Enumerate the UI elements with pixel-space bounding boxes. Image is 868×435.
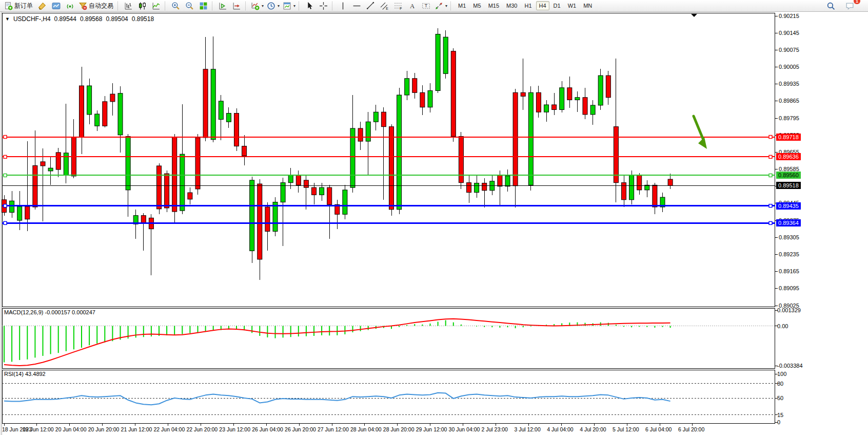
time-axis-label[interactable]: 28 Jun 04:00 [350,426,382,432]
price-line-badge: 0.89560 [776,172,801,179]
close-value: 0.89518 [132,15,154,23]
collapse-ohlc-icon[interactable]: ▼ [5,16,10,22]
time-axis-label[interactable]: 20 Jun 04:00 [55,426,87,432]
price-tick-label[interactable]: 0.90145 [779,30,799,36]
mt4-terminal: 新订单自动交易▾▾▾EFAT▾M1M5M15M30H1H4D1W1MN1 ▼ U… [0,0,868,435]
price-line-badge: 0.89435 [776,202,801,210]
rsi-axis-label: 100 [777,371,786,377]
time-axis-label[interactable]: 26 Jun 04:00 [252,426,283,432]
price-tick-label[interactable]: 0.90005 [779,64,799,70]
low-value: 0.89504 [106,15,128,23]
time-axis-label[interactable]: 22 Jun 04:00 [154,426,185,432]
price-tick-label[interactable]: 0.89095 [779,285,799,291]
price-tick-label[interactable]: 0.89795 [779,115,799,121]
time-axis-label[interactable]: 2 Jul 23:00 [482,426,508,432]
time-axis-label[interactable]: 21 Jun 12:00 [121,426,152,432]
price-tick-label[interactable]: 0.89935 [779,81,799,87]
price-tick-label[interactable]: 0.89865 [779,98,799,104]
rsi-axis-label: 80 [777,381,783,387]
price-tick-label[interactable]: 0.89235 [779,251,799,257]
time-axis-label[interactable]: 28 Jun 20:00 [383,426,415,432]
price-line-badge: 0.89364 [776,219,801,226]
macd-label: MACD(12,26,9) -0.000157 0.000247 [4,309,95,315]
chart-canvas[interactable] [0,0,868,435]
macd-main-value: -0.000157 [45,309,70,315]
price-tick-label[interactable]: 0.90075 [779,47,799,53]
rsi-name: RSI(14) [4,371,24,377]
macd-name: MACD(12,26,9) [4,309,43,315]
time-axis-label[interactable]: 19 Jun 12:00 [23,426,54,432]
time-axis-label[interactable]: 4 Jul 04:00 [547,426,573,432]
time-axis-label[interactable]: 22 Jun 20:00 [186,426,218,432]
macd-axis-label: 0.001329 [777,307,801,313]
price-tick-label[interactable]: 0.90215 [779,13,799,19]
rsi-axis-label: 0 [777,419,780,425]
time-axis-label[interactable]: 26 Jun 20:00 [285,426,316,432]
time-axis-label[interactable]: 23 Jun 12:00 [219,426,250,432]
rsi-value: 43.4892 [25,371,46,377]
time-axis-label[interactable]: 3 Jul 12:00 [514,426,540,432]
macd-signal-value: 0.000247 [72,309,95,315]
chart-title: ▼ USDCHF-,H4 0.89544 0.89568 0.89504 0.8… [5,15,154,23]
time-axis-label[interactable]: 27 Jun 12:00 [318,426,349,432]
price-tick-label[interactable]: 0.89585 [779,166,799,172]
price-line-badge: 0.89636 [776,153,801,160]
price-line-badge: 0.89518 [776,182,801,189]
macd-axis-label: 0.00 [777,323,788,329]
price-tick-label[interactable]: 0.89305 [779,234,799,240]
open-value: 0.89544 [54,15,76,23]
rsi-axis-label: 15 [777,412,783,418]
time-axis-label[interactable]: 4 Jul 20:00 [580,426,606,432]
macd-axis-label: -0.003384 [777,363,803,369]
time-axis-label[interactable]: 29 Jun 12:00 [416,426,447,432]
time-axis-label[interactable]: 5 Jul 12:00 [613,426,639,432]
time-axis-label[interactable]: 6 Jul 20:00 [678,426,704,432]
high-value: 0.89568 [80,15,102,23]
rsi-axis-label: 50 [777,395,783,401]
price-line-badge: 0.89718 [776,134,801,141]
symbol-period-label: USDCHF-,H4 [13,15,51,23]
price-tick-label[interactable]: 0.89165 [779,268,799,274]
time-axis-label[interactable]: 6 Jul 04:00 [645,426,672,432]
time-axis-label[interactable]: 30 Jun 04:00 [449,426,480,432]
time-axis-label[interactable]: 20 Jun 20:00 [88,426,120,432]
rsi-label: RSI(14) 43.4892 [4,371,46,377]
